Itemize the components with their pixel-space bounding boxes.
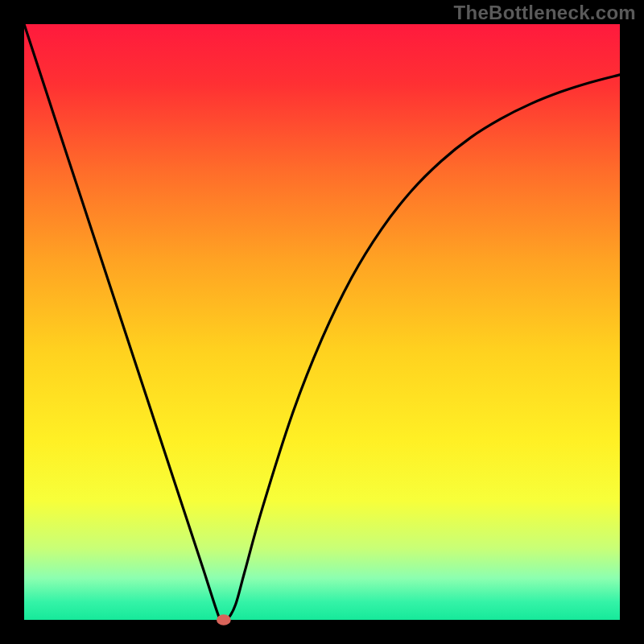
chart-frame: TheBottleneck.com [0,0,644,644]
optimum-marker [217,614,231,625]
chart-canvas [0,0,644,644]
watermark-text: TheBottleneck.com [454,2,636,24]
plot-background [24,24,620,620]
